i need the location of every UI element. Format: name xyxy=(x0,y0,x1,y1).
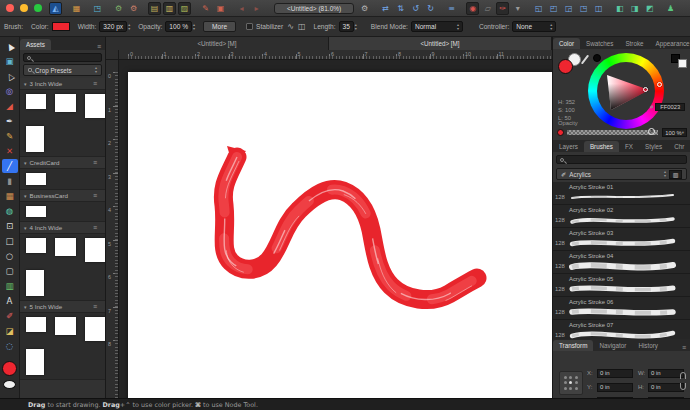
tab-fx[interactable]: FX xyxy=(619,141,639,152)
export-persona-icon[interactable]: ◳ xyxy=(91,2,104,15)
flip-horizontal-icon[interactable]: ⇄ xyxy=(379,2,392,15)
redo-history-icon[interactable]: ▸ xyxy=(250,2,263,15)
asset-thumbnail[interactable] xyxy=(26,349,44,375)
tab-chr[interactable]: Chr xyxy=(668,141,690,152)
tab-color[interactable]: Color xyxy=(553,38,580,49)
eyedropper-icon[interactable] xyxy=(581,55,589,65)
rectangle-tool-icon[interactable]: □ xyxy=(2,234,18,248)
tab-stroke[interactable]: Stroke xyxy=(619,38,649,49)
asset-section-header[interactable]: ▾5 Inch Wide≡ xyxy=(20,301,105,312)
width-input[interactable]: 320 px xyxy=(99,21,127,32)
assets-panel-menu-icon[interactable]: ≡ xyxy=(97,43,101,50)
saturation-selector-handle[interactable] xyxy=(643,87,648,92)
zoom-tool-icon[interactable]: ◌ xyxy=(2,339,18,353)
minimize-window-button[interactable] xyxy=(20,4,28,12)
length-input[interactable]: 35 xyxy=(339,21,354,32)
assets-category-select[interactable]: Crop Presets ▴▾ xyxy=(23,64,102,76)
transform-panel-menu-icon[interactable]: ≡ xyxy=(682,344,686,351)
insert-on-top-icon[interactable]: ◨ xyxy=(628,2,641,15)
flip-vertical-icon[interactable]: ⇅ xyxy=(394,2,407,15)
transform-field-input[interactable]: 0 in xyxy=(648,383,684,392)
pixel-persona-icon[interactable]: ▦ xyxy=(70,2,83,15)
asset-thumbnail[interactable] xyxy=(85,238,106,262)
tab-appearance[interactable]: Appearance xyxy=(650,38,690,49)
snap-grid-toggle-icon[interactable]: ▤ xyxy=(148,2,161,15)
rounded-rectangle-tool-icon[interactable]: ▢ xyxy=(2,264,18,278)
brushes-search-input[interactable] xyxy=(556,155,687,164)
fill-tool-icon[interactable]: ▦ xyxy=(2,189,18,203)
length-stepper[interactable]: ▴▾ xyxy=(355,23,357,31)
brush-item[interactable]: Acrylic Stroke 02128 xyxy=(553,205,690,228)
asset-thumbnail[interactable] xyxy=(26,206,46,217)
boolean-subtract-icon[interactable]: ◰ xyxy=(547,2,560,15)
vector-brush-tool-icon[interactable]: ✕ xyxy=(2,144,18,158)
tab-brushes[interactable]: Brushes xyxy=(584,141,619,152)
persona-user-icon[interactable]: ♟ xyxy=(664,2,677,15)
rotate-cw-icon[interactable]: ↻ xyxy=(424,2,437,15)
document-tab[interactable]: <Untitled> [M] xyxy=(329,37,552,50)
brush-item[interactable]: Acrylic Stroke 01128 xyxy=(553,182,690,205)
anchor-point-selector[interactable] xyxy=(559,371,583,395)
snapping-dropdown-chevron-icon[interactable]: ▾ xyxy=(511,2,524,15)
close-window-button[interactable] xyxy=(6,4,14,12)
asset-thumbnail[interactable] xyxy=(26,317,46,332)
affinity-designer-app-icon[interactable]: ◭ xyxy=(49,2,62,15)
asset-thumbnail[interactable] xyxy=(55,317,76,335)
width-stepper[interactable]: ▴▾ xyxy=(128,23,130,31)
opacity-slider[interactable] xyxy=(567,130,658,135)
opacity-stepper[interactable]: ▴▾ xyxy=(193,23,195,31)
brush-item[interactable]: Acrylic Stroke 05128 xyxy=(553,274,690,297)
brush-item[interactable]: Acrylic Stroke 07128 xyxy=(553,320,690,339)
asset-thumbnail[interactable] xyxy=(85,317,106,341)
asset-section-header[interactable]: ▾CreditCard≡ xyxy=(20,157,105,168)
brush-item[interactable]: Acrylic Stroke 03128 xyxy=(553,228,690,251)
rope-stabilizer-icon[interactable]: ∿ xyxy=(287,22,294,31)
window-stabilizer-icon[interactable]: ◫ xyxy=(298,22,306,31)
paint-brush-tool-icon[interactable]: ╱ xyxy=(2,159,18,173)
tab-assets[interactable]: Assets xyxy=(20,39,51,50)
snapping-toggle-icon[interactable]: ◉ xyxy=(466,2,479,15)
zoom-window-button[interactable] xyxy=(34,4,42,12)
snap-guides-toggle-icon[interactable]: ▥ xyxy=(163,2,176,15)
link-dimensions-icon[interactable] xyxy=(680,372,686,390)
settings-gear-icon[interactable]: ⚙ xyxy=(127,2,140,15)
pencil-tool-icon[interactable]: ✎ xyxy=(2,129,18,143)
document-page[interactable] xyxy=(128,72,552,398)
tab-swatches[interactable]: Swatches xyxy=(580,38,619,49)
brush-options-button[interactable]: ▥ xyxy=(669,170,682,179)
gradient-tool-icon[interactable]: ◪ xyxy=(2,324,18,338)
brush-item[interactable]: Acrylic Stroke 06128 xyxy=(553,297,690,320)
pixel-brush-tool-icon[interactable]: ▮ xyxy=(2,174,18,188)
tab-layers[interactable]: Layers xyxy=(553,141,584,152)
view-settings-gear-icon[interactable]: ⚙ xyxy=(358,2,371,15)
alignment-icon[interactable]: ≡ xyxy=(445,2,458,15)
ellipse-tool-icon[interactable]: ○ xyxy=(2,249,18,263)
opacity-input[interactable]: 100 % xyxy=(165,21,192,32)
snap-candidates-toggle-icon[interactable]: ▨ xyxy=(178,2,191,15)
transform-field-input[interactable]: 0 in xyxy=(597,369,633,378)
assistant-icon[interactable]: ▱ xyxy=(481,2,494,15)
layer-edit-icon[interactable]: ▣ xyxy=(214,2,227,15)
document-switcher[interactable]: <Untitled> (81.0%) xyxy=(274,3,354,14)
brush-item[interactable]: Acrylic Stroke 04128 xyxy=(553,251,690,274)
edit-pencil-icon[interactable]: ✎ xyxy=(199,2,212,15)
stabilizer-checkbox[interactable] xyxy=(246,23,253,30)
asset-section-header[interactable]: ▾BusinessCard≡ xyxy=(20,190,105,201)
rotate-ccw-icon[interactable]: ↺ xyxy=(409,2,422,15)
asset-section-menu-icon[interactable]: ≡ xyxy=(93,303,97,310)
hue-selector-handle[interactable] xyxy=(657,82,662,87)
controller-select[interactable]: None ▴▾ xyxy=(512,21,556,32)
insert-inside-icon[interactable]: ◩ xyxy=(643,2,656,15)
assets-search-input[interactable] xyxy=(23,53,102,62)
color-sync-gear-icon[interactable]: ⚙ xyxy=(112,2,125,15)
pen-assistant-icon[interactable]: ✑ xyxy=(496,2,509,15)
undo-history-icon[interactable]: ◂ xyxy=(235,2,248,15)
secondary-color-chip[interactable] xyxy=(593,54,601,62)
asset-thumbnail[interactable] xyxy=(26,173,46,185)
tab-history[interactable]: History xyxy=(632,340,664,351)
asset-section-header[interactable]: ▾3 Inch Wide≡ xyxy=(20,78,105,89)
insert-behind-icon[interactable]: ◧ xyxy=(613,2,626,15)
color-picker-tool-icon[interactable]: ✐ xyxy=(2,309,18,323)
white-swatch[interactable] xyxy=(678,59,687,68)
transform-field-input[interactable]: 0 in xyxy=(648,369,684,378)
